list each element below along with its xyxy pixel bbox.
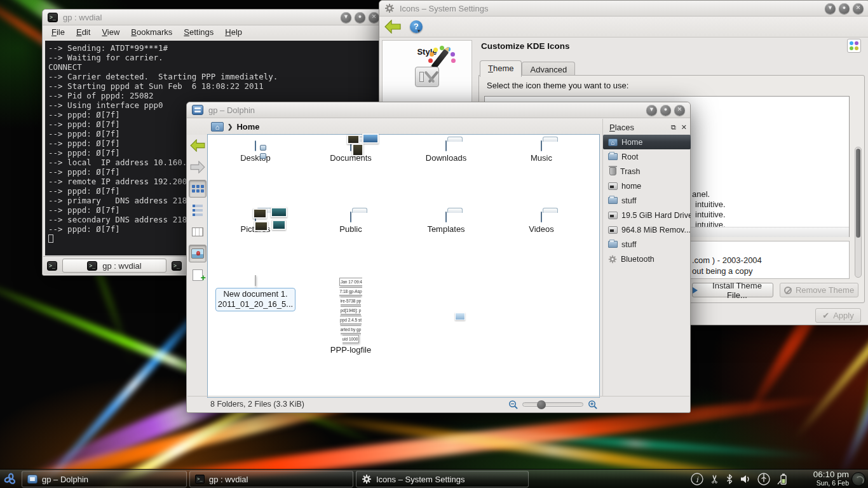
system-settings-titlebar[interactable]: Icons – System Settings ▼ ● ✕ bbox=[379, 1, 868, 17]
folder-item-videos[interactable]: Videos bbox=[500, 212, 583, 234]
install-theme-button[interactable]: Install Theme File... bbox=[692, 283, 773, 297]
clock[interactable]: 06:10 pm Sun, 6 Feb bbox=[790, 470, 849, 487]
menu-bookmarks[interactable]: Bookmarks bbox=[131, 27, 172, 37]
close-button[interactable]: ✕ bbox=[674, 105, 685, 116]
menu-help[interactable]: Help bbox=[225, 27, 242, 37]
menu-view[interactable]: View bbox=[102, 27, 119, 37]
breadcrumb-home[interactable]: Home bbox=[236, 122, 259, 132]
sidebar-item-style[interactable]: Style bbox=[392, 47, 462, 57]
maximize-button[interactable]: ● bbox=[355, 12, 365, 23]
tab-list-button[interactable]: >_ bbox=[172, 261, 182, 271]
place-stuff[interactable]: stuff bbox=[603, 193, 691, 208]
minimize-button[interactable]: ▼ bbox=[825, 3, 836, 14]
removable-drive-icon bbox=[608, 226, 618, 234]
konsole-tab[interactable]: >_ gp : wvdial bbox=[62, 259, 166, 273]
konsole-titlebar[interactable]: >_ gp : wvdial ▼ ● ✕ bbox=[43, 10, 384, 25]
scrollbar-thumb[interactable] bbox=[856, 149, 860, 238]
folder-icon bbox=[541, 212, 542, 222]
scrollbar[interactable] bbox=[855, 147, 862, 278]
folder-icon bbox=[608, 241, 618, 248]
menu-edit[interactable]: Edit bbox=[76, 27, 90, 37]
preview-icon bbox=[191, 248, 204, 259]
close-panel-icon[interactable]: ✕ bbox=[681, 123, 687, 132]
remove-theme-button[interactable]: Remove Theme bbox=[780, 283, 858, 297]
place-home-drive[interactable]: home bbox=[603, 179, 691, 193]
desktop: >_ gp : wvdial ▼ ● ✕ File Edit View Book… bbox=[0, 0, 868, 488]
bluetooth-icon[interactable] bbox=[725, 473, 734, 485]
apply-button[interactable]: ✔ Apply bbox=[815, 308, 861, 323]
svg-text:i: i bbox=[696, 475, 699, 484]
folder-item-downloads[interactable]: Downloads bbox=[405, 141, 487, 163]
panel-toolbox-cashew[interactable] bbox=[851, 472, 865, 486]
back-button[interactable] bbox=[189, 137, 207, 154]
maximize-button[interactable]: ● bbox=[839, 3, 850, 14]
folder-item-documents[interactable]: Documents bbox=[309, 141, 392, 163]
volume-icon[interactable] bbox=[740, 474, 751, 484]
folder-item-templates[interactable]: Templates bbox=[405, 212, 487, 234]
back-button[interactable] bbox=[384, 20, 401, 34]
place-trash[interactable]: Trash bbox=[603, 164, 691, 179]
folder-view[interactable]: Desktop Documents Downloads Music bbox=[207, 134, 600, 398]
system-settings-toolbar: ? ▾ bbox=[379, 17, 868, 37]
dolphin-titlebar[interactable]: gp – Dolphin ▼ ● ✕ bbox=[187, 102, 690, 118]
close-button[interactable]: ✕ bbox=[369, 12, 379, 23]
split-view-icon bbox=[193, 269, 203, 281]
gear-icon bbox=[384, 3, 395, 13]
theme-credit-fragment: out being a copy bbox=[692, 266, 752, 276]
float-panel-icon[interactable]: ⧉ bbox=[671, 123, 676, 132]
minimize-button[interactable]: ▼ bbox=[646, 105, 657, 116]
theme-description-fragment: intuitive. bbox=[695, 210, 726, 219]
home-folder-icon[interactable]: ⌂ bbox=[211, 122, 224, 132]
overview-grid-icon[interactable] bbox=[847, 39, 861, 53]
folder-item-pictures[interactable]: Pictures bbox=[214, 212, 297, 234]
preview-toggle-button[interactable] bbox=[189, 245, 207, 262]
place-root[interactable]: Root bbox=[603, 149, 691, 164]
folder-item-desktop[interactable]: Desktop bbox=[214, 141, 297, 163]
chevron-right-icon: ❯ bbox=[227, 123, 233, 130]
taskbar-task-system-settings[interactable]: Icons – System Settings bbox=[356, 471, 529, 487]
folder-item-public[interactable]: Public bbox=[309, 212, 392, 234]
launcher-icon[interactable] bbox=[1, 470, 20, 488]
place-removable-drive[interactable]: 964.8 MiB Remov... bbox=[603, 222, 691, 237]
info-tray-icon[interactable]: i bbox=[690, 472, 704, 486]
place-bluetooth[interactable]: Bluetooth bbox=[603, 252, 691, 266]
zoom-slider[interactable] bbox=[522, 402, 583, 407]
close-button[interactable]: ✕ bbox=[853, 3, 864, 14]
maximize-button[interactable]: ● bbox=[660, 105, 671, 116]
konsole-tab-label: gp : wvdial bbox=[102, 261, 141, 271]
zoom-in-icon[interactable] bbox=[588, 400, 597, 409]
place-home[interactable]: ⌂ Home bbox=[603, 135, 691, 149]
dolphin-icon bbox=[192, 105, 203, 115]
konsole-icon: >_ bbox=[48, 13, 58, 22]
split-view-button[interactable] bbox=[189, 266, 207, 284]
battery-device-icon[interactable] bbox=[776, 473, 788, 485]
konsole-tab-icon: >_ bbox=[87, 261, 97, 271]
file-item-new-document[interactable]: New document 1. 2011_01_20_16_5... bbox=[214, 276, 297, 311]
menu-settings[interactable]: Settings bbox=[184, 27, 214, 37]
zoom-out-icon[interactable] bbox=[508, 400, 518, 409]
tab-theme[interactable]: Theme bbox=[480, 60, 522, 77]
document-file-icon bbox=[255, 275, 256, 286]
help-button[interactable]: ? bbox=[410, 20, 423, 33]
klipper-scissors-icon[interactable]: ✂ bbox=[708, 474, 722, 484]
taskbar-task-dolphin[interactable]: gp – Dolphin bbox=[22, 471, 187, 487]
forward-button[interactable] bbox=[189, 158, 207, 176]
folder-icon bbox=[541, 140, 542, 151]
place-stuff-2[interactable]: stuff bbox=[603, 237, 691, 252]
columns-view-button[interactable] bbox=[189, 223, 207, 241]
icons-view-button[interactable] bbox=[189, 180, 207, 198]
file-item-ppp-logfile[interactable]: Jan 17 09:4 7:18 gp-Asp ire-5738 pp pd[1… bbox=[309, 276, 392, 355]
usb-device-icon[interactable] bbox=[757, 472, 771, 486]
folder-item-music[interactable]: Music bbox=[500, 141, 583, 163]
menu-file[interactable]: File bbox=[51, 27, 65, 37]
new-tab-button[interactable]: >_ bbox=[47, 261, 57, 271]
zoom-slider-knob[interactable] bbox=[537, 400, 546, 409]
chevron-down-icon[interactable]: ▾ bbox=[417, 28, 420, 34]
taskbar-task-wvdial[interactable]: >_ gp : wvdial bbox=[189, 471, 353, 487]
place-hard-drive[interactable]: 19.5 GiB Hard Drive bbox=[603, 208, 691, 222]
details-view-button[interactable] bbox=[189, 201, 207, 219]
minimize-button[interactable]: ▼ bbox=[341, 12, 351, 23]
pictures-folder-icon bbox=[255, 212, 256, 222]
theme-credit-fragment: .com ) - 2003-2004 bbox=[692, 255, 762, 265]
hardware-icon[interactable] bbox=[415, 67, 439, 87]
